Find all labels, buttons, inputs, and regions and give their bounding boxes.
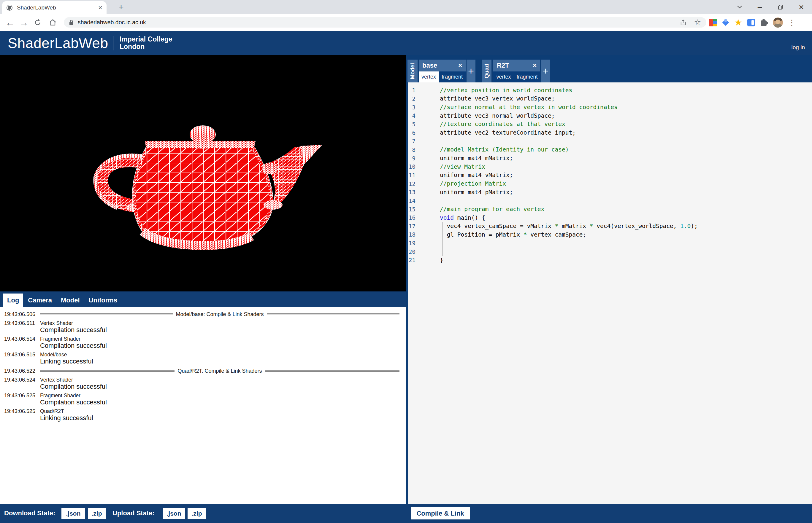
code-line: 14 [408, 197, 812, 205]
log-entry-detail: Compilation successful [40, 326, 399, 333]
log-entry: 19:43:06.511Vertex ShaderCompilation suc… [4, 320, 399, 333]
code-line: 1//vertex position in world coordinates [408, 86, 812, 94]
tab-uniforms[interactable]: Uniforms [85, 293, 122, 307]
code-line: 6attribute vec2 textureCoordinate_input; [408, 128, 812, 137]
vertical-tab-quad[interactable]: Quad [482, 59, 491, 83]
webgl-canvas[interactable] [0, 55, 406, 291]
vertical-tab-model[interactable]: Model [408, 59, 418, 83]
drive-extension-icon[interactable] [722, 19, 729, 26]
tab-log[interactable]: Log [3, 293, 23, 307]
line-number: 15 [408, 206, 415, 213]
favicon-globe-icon [6, 4, 13, 11]
extensions-area: ★ ⋮ [709, 14, 796, 31]
log-entry-detail: Linking successful [40, 358, 399, 365]
app-title: ShaderLabWeb [8, 35, 108, 51]
tab-camera[interactable]: Camera [24, 293, 56, 307]
sidebar-extension-icon[interactable] [747, 19, 755, 26]
subtab-r2t-fragment[interactable]: fragment [514, 71, 540, 83]
line-number: 9 [408, 155, 415, 162]
tab-r2t-close-icon[interactable]: × [533, 62, 537, 69]
log-timestamp: 19:43:06.515 [4, 351, 40, 358]
line-number: 7 [408, 138, 415, 144]
log-entry: 19:43:06.524Vertex ShaderCompilation suc… [4, 377, 399, 390]
url-field[interactable]: shaderlabweb.doc.ic.ac.uk ☆ [64, 17, 706, 28]
home-icon[interactable] [48, 14, 58, 31]
line-number: 20 [408, 249, 415, 255]
subtab-base-fragment[interactable]: fragment [439, 71, 466, 83]
browser-address-bar: ← → shaderlabweb.doc.ic.ac.uk ☆ ★ [0, 14, 812, 31]
divider-label: Model/base: Compile & Link Shaders [176, 311, 263, 318]
code-line: 9uniform mat4 mMatrix; [408, 154, 812, 162]
line-number: 11 [408, 172, 415, 179]
divider-line [40, 370, 174, 372]
upload-json-button[interactable]: .json [163, 508, 185, 519]
code-editor[interactable]: 1//vertex position in world coordinates2… [408, 83, 812, 504]
log-entry-title: Vertex Shader [40, 320, 73, 326]
login-link[interactable]: log in [792, 44, 805, 51]
log-entry-title: Vertex Shader [40, 377, 73, 383]
add-shader-button-model[interactable]: + [467, 59, 476, 83]
code-line: 20 [408, 247, 812, 256]
line-number: 14 [408, 197, 415, 204]
browser-tab[interactable]: ShaderLabWeb × [2, 1, 106, 14]
window-close-icon[interactable]: × [792, 0, 810, 14]
divider-line [265, 370, 399, 372]
log-entry-title: Model/base [40, 351, 67, 358]
browser-menu-icon[interactable]: ⋮ [788, 18, 796, 27]
bookmark-star-icon[interactable]: ☆ [694, 18, 701, 27]
add-shader-button-quad[interactable]: + [541, 59, 550, 83]
log-entry-detail: Compilation successful [40, 399, 399, 405]
line-number: 10 [408, 163, 415, 170]
code-line: 17 vec4 vertex_camSpace = vMatrix * mMat… [408, 222, 812, 231]
tab-model[interactable]: Model [57, 293, 84, 307]
footer-bar: Download State: .json .zip Upload State:… [0, 504, 812, 523]
code-line: 11uniform mat4 vMatrix; [408, 171, 812, 180]
header-divider [113, 36, 114, 50]
imperial-college-logo: Imperial College London [120, 36, 172, 50]
code-line: 7 [408, 137, 812, 146]
subtab-base-vertex[interactable]: vertex [419, 71, 439, 83]
window-restore-icon[interactable] [772, 0, 790, 14]
tab-r2t[interactable]: R2T × [493, 59, 540, 71]
line-number: 4 [408, 112, 415, 119]
page: ShaderLabWeb × + – × ← → shaderlabweb.do… [0, 0, 812, 523]
back-icon[interactable]: ← [5, 14, 15, 31]
tab-close-icon[interactable]: × [98, 3, 102, 12]
new-tab-button[interactable]: + [116, 2, 126, 13]
log-divider-row: 19:43:06.522Quad/R2T: Compile & Link Sha… [4, 367, 399, 375]
code-line: 8//model Matrix (Identity in our case) [408, 146, 812, 154]
window-menu-icon[interactable] [731, 0, 748, 14]
line-number: 12 [408, 181, 415, 187]
share-icon[interactable] [680, 19, 687, 26]
code-line: 2attribute vec3 vertex_worldSpace; [408, 94, 812, 103]
download-state-label: Download State: [4, 509, 55, 517]
code-line: 13uniform mat4 pMatrix; [408, 188, 812, 197]
log-timestamp: 19:43:06.511 [4, 320, 40, 326]
editor-panel: Model base × vertex fragment + Quad R2T … [406, 55, 812, 504]
browser-tab-strip: ShaderLabWeb × + – × [0, 0, 812, 14]
log-tab-bar: Log Camera Model Uniforms [0, 291, 406, 307]
download-json-button[interactable]: .json [62, 508, 85, 519]
log-entry-title: Fragment Shader [40, 336, 81, 342]
bookmark-extension-icon[interactable]: ★ [734, 19, 742, 26]
google-extension-icon[interactable] [709, 19, 717, 26]
reload-icon[interactable] [32, 14, 43, 31]
avatar[interactable] [773, 18, 783, 28]
log-timestamp: 19:43:06.524 [4, 377, 40, 383]
forward-icon[interactable]: → [18, 14, 29, 31]
tab-group-base: base × vertex fragment [419, 59, 466, 83]
code-line: 10//view Matrix [408, 162, 812, 171]
code-line: 18 gl_Position = pMatrix * vertex_camSpa… [408, 230, 812, 239]
code-line: 16void main() { [408, 214, 812, 222]
tab-base[interactable]: base × [419, 59, 466, 71]
download-zip-button[interactable]: .zip [88, 508, 106, 519]
puzzle-extension-icon[interactable] [760, 19, 768, 26]
code-line: 19 [408, 239, 812, 248]
log-timestamp: 19:43:06.506 [4, 311, 40, 318]
window-minimize-icon[interactable]: – [751, 0, 769, 14]
upload-zip-button[interactable]: .zip [188, 508, 206, 519]
subtab-r2t-vertex[interactable]: vertex [493, 71, 514, 83]
log-entry: 19:43:06.525Fragment ShaderCompilation s… [4, 393, 399, 405]
compile-link-button[interactable]: Compile & Link [411, 507, 470, 520]
tab-base-close-icon[interactable]: × [458, 62, 462, 69]
